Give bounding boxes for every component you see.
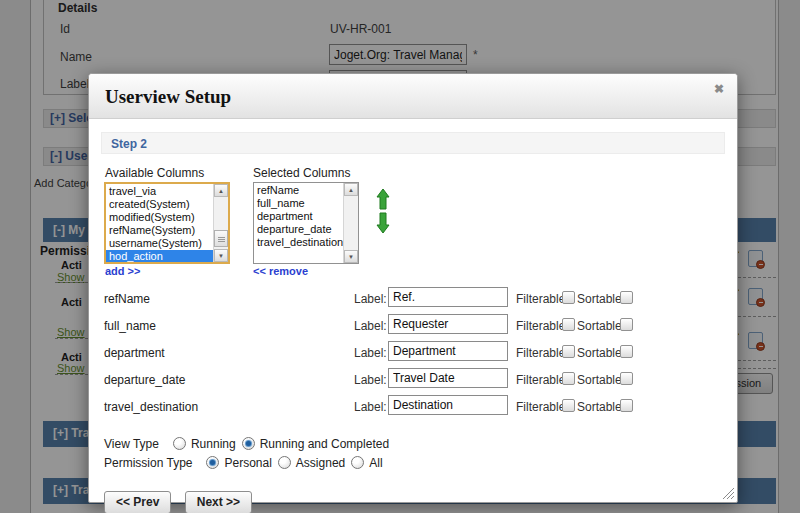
filterable-checkbox[interactable] (562, 399, 575, 412)
filterable-checkbox[interactable] (562, 372, 575, 385)
column-picker: Available Columns Selected Columns trave… (104, 166, 725, 280)
scrollbar[interactable]: ▲ ▼ (213, 184, 228, 262)
permission-type-label: Permission Type (104, 456, 192, 470)
label-caption: Label: (354, 319, 387, 333)
radio-assigned-label: Assigned (296, 456, 345, 470)
scroll-down-icon[interactable]: ▼ (214, 249, 228, 262)
sortable-checkbox[interactable] (620, 399, 633, 412)
radio-all-label: All (369, 456, 382, 470)
filterable-caption: Filterable: (516, 400, 569, 414)
scroll-up-icon[interactable]: ▲ (344, 183, 358, 196)
options-section: View Type Running Running and Completed … (104, 435, 725, 471)
column-row: refName Label: Filterable: Sortable: (104, 286, 725, 313)
move-down-icon[interactable] (376, 212, 390, 234)
sortable-caption: Sortable: (577, 292, 625, 306)
sortable-checkbox[interactable] (620, 345, 633, 358)
selected-item[interactable]: refName (254, 184, 343, 197)
move-up-icon[interactable] (376, 188, 390, 210)
close-icon[interactable]: ✖ (714, 82, 724, 96)
column-label-input[interactable] (388, 341, 508, 361)
selected-columns-listbox[interactable]: refName full_name department departure_d… (253, 182, 359, 264)
userview-setup-dialog: Userview Setup ✖ Step 2 Available Column… (88, 73, 738, 503)
available-item[interactable]: travel_via (106, 185, 213, 198)
column-name: travel_destination (104, 400, 198, 414)
permission-type-row: Permission Type Personal Assigned All (104, 454, 725, 471)
sortable-checkbox[interactable] (620, 291, 633, 304)
available-item[interactable]: modified(System) (106, 211, 213, 224)
filterable-checkbox[interactable] (562, 291, 575, 304)
view-type-row: View Type Running Running and Completed (104, 435, 725, 452)
filterable-checkbox[interactable] (562, 345, 575, 358)
filterable-caption: Filterable: (516, 319, 569, 333)
available-item-selected[interactable]: hod_action (106, 250, 213, 262)
column-row: travel_destination Label: Filterable: So… (104, 394, 725, 421)
prev-button[interactable]: << Prev (104, 491, 171, 513)
column-row: full_name Label: Filterable: Sortable: (104, 313, 725, 340)
scroll-down-icon[interactable]: ▼ (344, 250, 358, 263)
label-caption: Label: (354, 373, 387, 387)
column-label-input[interactable] (388, 395, 508, 415)
column-label-input[interactable] (388, 368, 508, 388)
dialog-titlebar[interactable]: Userview Setup ✖ (89, 74, 737, 119)
column-name: refName (104, 292, 150, 306)
column-config-rows: refName Label: Filterable: Sortable: ful… (104, 286, 725, 421)
column-name: department (104, 346, 165, 360)
sortable-caption: Sortable: (577, 373, 625, 387)
selected-item[interactable]: departure_date (254, 223, 343, 236)
radio-personal[interactable] (206, 456, 219, 469)
available-columns-listbox[interactable]: travel_via created(System) modified(Syst… (104, 182, 230, 264)
scroll-thumb[interactable] (214, 230, 228, 247)
available-item[interactable]: created(System) (106, 198, 213, 211)
step-indicator: Step 2 (101, 132, 725, 154)
label-caption: Label: (354, 400, 387, 414)
scroll-up-icon[interactable]: ▲ (214, 184, 228, 197)
selected-columns-label: Selected Columns (253, 166, 350, 180)
radio-personal-label: Personal (224, 456, 271, 470)
radio-running-and-completed[interactable] (242, 437, 255, 450)
dialog-body: Step 2 Available Columns Selected Column… (89, 119, 737, 502)
selected-item[interactable]: department (254, 210, 343, 223)
filterable-caption: Filterable: (516, 292, 569, 306)
column-name: full_name (104, 319, 156, 333)
radio-running-and-completed-label: Running and Completed (260, 437, 389, 451)
sortable-caption: Sortable: (577, 346, 625, 360)
sortable-checkbox[interactable] (620, 372, 633, 385)
radio-running[interactable] (173, 437, 186, 450)
label-caption: Label: (354, 346, 387, 360)
available-item[interactable]: refName(System) (106, 224, 213, 237)
radio-running-label: Running (191, 437, 236, 451)
resize-grip-icon[interactable] (720, 485, 735, 500)
column-label-input[interactable] (388, 314, 508, 334)
column-label-input[interactable] (388, 287, 508, 307)
filterable-checkbox[interactable] (562, 318, 575, 331)
radio-assigned[interactable] (278, 456, 291, 469)
scrollbar[interactable]: ▲ ▼ (343, 183, 358, 263)
sortable-caption: Sortable: (577, 400, 625, 414)
wizard-nav: << Prev Next >> (104, 491, 725, 513)
filterable-caption: Filterable: (516, 373, 569, 387)
column-name: departure_date (104, 373, 185, 387)
selected-item[interactable]: full_name (254, 197, 343, 210)
label-caption: Label: (354, 292, 387, 306)
sortable-caption: Sortable: (577, 319, 625, 333)
add-link[interactable]: add >> (105, 265, 140, 277)
filterable-caption: Filterable: (516, 346, 569, 360)
column-row: department Label: Filterable: Sortable: (104, 340, 725, 367)
radio-all[interactable] (351, 456, 364, 469)
screen: Details Id UV-HR-001 Name * Label for in… (0, 0, 800, 513)
remove-link[interactable]: << remove (253, 265, 308, 277)
available-columns-label: Available Columns (105, 166, 204, 180)
selected-item[interactable]: travel_destination (254, 236, 343, 249)
available-item[interactable]: username(System) (106, 237, 213, 250)
view-type-label: View Type (104, 437, 159, 451)
column-row: departure_date Label: Filterable: Sortab… (104, 367, 725, 394)
sortable-checkbox[interactable] (620, 318, 633, 331)
next-button[interactable]: Next >> (185, 491, 252, 513)
dialog-title: Userview Setup (105, 86, 231, 108)
